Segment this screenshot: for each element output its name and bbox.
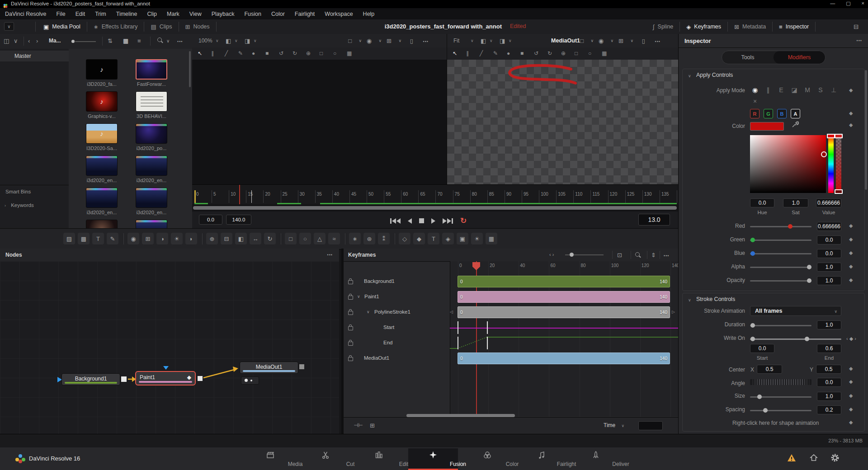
- zoom-label[interactable]: Ma...: [49, 38, 61, 44]
- blue-field[interactable]: 0.0: [817, 249, 841, 258]
- split-view-b-icon[interactable]: ◨: [245, 38, 250, 44]
- dot-tool-icon[interactable]: ●: [252, 50, 255, 56]
- polygon-mask-tool[interactable]: △: [314, 233, 326, 244]
- track-bar-polylinestroke1[interactable]: 0140: [458, 306, 670, 318]
- viewer-left-canvas[interactable]: [192, 60, 447, 184]
- page-tab-color[interactable]: Color: [462, 448, 512, 469]
- keyframe-diamond-icon[interactable]: ◆: [849, 379, 853, 385]
- particle-spawn-tool[interactable]: ⁑: [378, 233, 390, 244]
- more-options-icon[interactable]: •••: [655, 39, 660, 44]
- menu-clip[interactable]: Clip: [142, 11, 162, 17]
- polyline-stroke-tool-icon[interactable]: ✎: [238, 50, 243, 56]
- panel-collapse-icon[interactable]: ⊟: [854, 24, 859, 30]
- clip-thumbnail-i3d2020-sa[interactable]: ♪: [86, 123, 118, 144]
- renderer-3d-tool[interactable]: ▦: [486, 233, 497, 244]
- expand-panel-icon[interactable]: ⊡: [617, 252, 622, 258]
- menu-mark[interactable]: Mark: [162, 11, 184, 17]
- write-on-end-field[interactable]: 0.6: [817, 344, 841, 353]
- angle-thumbwheel[interactable]: [750, 379, 811, 385]
- window-maximize-button[interactable]: ▢: [846, 0, 850, 6]
- stroke-smear-tool-icon[interactable]: ↻: [547, 50, 552, 56]
- page-tab-deliver[interactable]: Deliver: [571, 448, 621, 469]
- topbar-button-nodes[interactable]: ⊞Nodes: [179, 19, 216, 34]
- keyframe-diamond-icon[interactable]: ◆: [849, 236, 853, 242]
- settings-gear-icon[interactable]: [830, 453, 840, 465]
- roi-icon[interactable]: □: [348, 38, 352, 44]
- hue-strip-marker[interactable]: [827, 134, 835, 138]
- write-on-slider[interactable]: [750, 338, 841, 340]
- keyframes-h-scrollbar[interactable]: [406, 414, 515, 417]
- stroke-smear-tool-icon[interactable]: ↻: [292, 50, 297, 56]
- chevron-down-icon[interactable]: ∨: [166, 38, 170, 43]
- page-tab-fusion[interactable]: Fusion: [408, 448, 458, 470]
- more-options-icon[interactable]: •••: [177, 39, 183, 44]
- text-plus-tool[interactable]: T: [92, 233, 104, 244]
- chevron-down-icon[interactable]: ∨: [254, 38, 257, 43]
- menu-edit[interactable]: Edit: [71, 11, 90, 17]
- render-start-marker[interactable]: [194, 190, 196, 204]
- keyframe-diamond-icon[interactable]: ◆: [849, 393, 853, 399]
- chevron-down-icon[interactable]: ∨: [590, 38, 594, 43]
- checker-underlay-icon[interactable]: ⊞: [618, 38, 623, 44]
- nodes-more-options-icon[interactable]: •••: [327, 253, 333, 257]
- loop-button[interactable]: ↻: [460, 217, 467, 225]
- color-controls-icon[interactable]: ◉: [367, 38, 372, 44]
- polyline-stroke-tool-icon[interactable]: ✎: [493, 50, 498, 56]
- brightness-contrast-tool[interactable]: ◑: [156, 233, 168, 244]
- color-gradient-picker[interactable]: [750, 135, 826, 193]
- green-field[interactable]: 0.0: [817, 235, 841, 244]
- menu-timeline[interactable]: Timeline: [111, 11, 142, 17]
- trim-right-handle[interactable]: ▷: [672, 310, 675, 314]
- keyframe-diamond-icon[interactable]: ◆: [849, 366, 853, 371]
- keyframe-diamond-icon[interactable]: ◆: [849, 419, 853, 425]
- tab-tools[interactable]: Tools: [722, 51, 774, 64]
- apply-smear-icon[interactable]: S: [816, 86, 826, 94]
- text-3d-tool[interactable]: T: [428, 233, 439, 244]
- page-tab-cut[interactable]: Cut: [301, 448, 350, 469]
- keywords-item[interactable]: › Keywords: [5, 202, 34, 208]
- keyframe-tick[interactable]: [487, 321, 488, 334]
- chevron-down-icon[interactable]: ∨: [357, 294, 360, 299]
- render-in-field[interactable]: 0.0: [199, 215, 222, 225]
- track-bar-mediaout1[interactable]: 0140: [458, 352, 670, 364]
- clip-thumbnail-partial[interactable]: [136, 220, 167, 228]
- menu-playback[interactable]: Playback: [207, 11, 240, 17]
- frame-outline-icon[interactable]: ▯: [642, 38, 645, 44]
- color-controls-icon[interactable]: ◉: [599, 38, 604, 44]
- center-y-field[interactable]: 0.5: [816, 365, 841, 374]
- media-pool-scrollbar[interactable]: [189, 51, 191, 87]
- alpha-knob[interactable]: [807, 265, 811, 269]
- rectangle-fill-tool-icon[interactable]: ■: [265, 50, 269, 56]
- blur-tool[interactable]: ◗: [185, 233, 197, 244]
- bin-item-master[interactable]: Master: [0, 51, 69, 61]
- transform-tool[interactable]: ↻: [264, 233, 276, 244]
- lock-icon[interactable]: [348, 280, 353, 284]
- section-collapse-icon[interactable]: ∨: [688, 298, 691, 302]
- go-to-end-button[interactable]: [443, 218, 453, 224]
- value-field[interactable]: 0.666666: [816, 198, 841, 207]
- spacing-field[interactable]: 0.2: [817, 405, 841, 414]
- spacing-slider[interactable]: [750, 410, 811, 411]
- zoom-slider-knob[interactable]: [71, 40, 75, 43]
- menu-help[interactable]: Help: [358, 11, 380, 17]
- apply-color-icon[interactable]: ◉: [750, 86, 760, 94]
- color-curves-tool[interactable]: ⊞: [142, 233, 154, 244]
- red-slider[interactable]: [750, 226, 811, 227]
- node-background1[interactable]: Background1: [61, 373, 120, 385]
- background-tool[interactable]: ▨: [63, 233, 75, 244]
- step-back-button[interactable]: [408, 218, 412, 224]
- lock-icon[interactable]: [348, 342, 353, 346]
- multi-stroke-smear-tool-icon[interactable]: ↺: [534, 50, 538, 56]
- paint-group-tool-icon[interactable]: ▦: [602, 50, 607, 56]
- clip-thumbnail-i3d2020-en[interactable]: [86, 188, 118, 208]
- apply-stencil-icon[interactable]: ∥: [763, 86, 773, 94]
- track-bar-paint1[interactable]: 0140: [458, 291, 670, 303]
- chevron-down-icon[interactable]: ∨: [216, 38, 219, 43]
- list-view-icon[interactable]: ≡: [137, 38, 141, 44]
- lock-icon[interactable]: [348, 311, 353, 315]
- channel-g-button[interactable]: G: [764, 109, 773, 118]
- page-tab-media[interactable]: Media: [245, 448, 295, 469]
- blue-slider[interactable]: [750, 253, 811, 254]
- keyframe-diamond-icon[interactable]: ◆: [849, 406, 853, 412]
- red-field[interactable]: 0.666666: [817, 222, 841, 231]
